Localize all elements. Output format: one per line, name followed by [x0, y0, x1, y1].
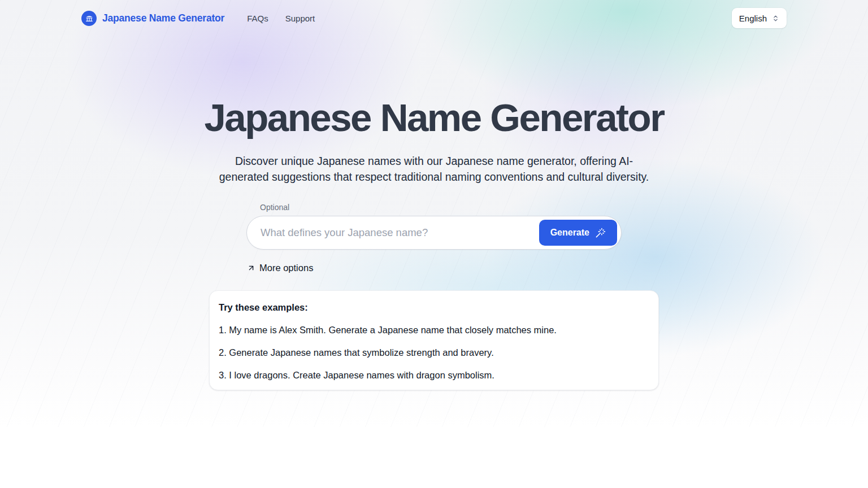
generate-button-label: Generate	[550, 228, 589, 238]
chevrons-up-down-icon	[772, 15, 779, 22]
generate-button[interactable]: Generate	[539, 220, 617, 246]
magic-wand-icon	[595, 228, 606, 238]
language-selector[interactable]: English	[732, 8, 787, 28]
more-options-link[interactable]: More options	[247, 263, 313, 273]
prompt-input[interactable]	[261, 226, 539, 239]
brand-home-link[interactable]: Japanese Name Generator	[81, 11, 224, 26]
primary-nav: FAQs Support	[247, 14, 315, 23]
header: Japanese Name Generator FAQs Support Eng…	[0, 0, 868, 36]
arrow-up-right-icon	[247, 264, 255, 272]
nav-item-support[interactable]: Support	[285, 14, 315, 23]
brand-name: Japanese Name Generator	[102, 12, 224, 24]
prompt-input-container: Generate	[246, 216, 622, 250]
language-selector-value: English	[739, 14, 767, 23]
shrine-logo-icon	[81, 11, 97, 26]
generator-form: Optional Generate	[246, 203, 622, 274]
nav-item-faqs[interactable]: FAQs	[247, 14, 268, 23]
main-content: Japanese Name Generator Discover unique …	[0, 98, 868, 390]
examples-card: Try these examples: 1. My name is Alex S…	[209, 290, 659, 390]
page-title: Japanese Name Generator	[0, 98, 868, 138]
examples-heading: Try these examples:	[219, 300, 649, 314]
example-item-1[interactable]: 1. My name is Alex Smith. Generate a Jap…	[219, 323, 649, 337]
page: Japanese Name Generator FAQs Support Eng…	[0, 0, 868, 488]
page-subtitle: Discover unique Japanese names with our …	[211, 153, 657, 185]
example-item-3[interactable]: 3. I love dragons. Create Japanese names…	[219, 368, 649, 382]
optional-label: Optional	[260, 203, 622, 212]
examples-list: 1. My name is Alex Smith. Generate a Jap…	[219, 319, 649, 382]
more-options-label: More options	[259, 263, 313, 273]
example-item-2[interactable]: 2. Generate Japanese names that symboliz…	[219, 346, 649, 359]
